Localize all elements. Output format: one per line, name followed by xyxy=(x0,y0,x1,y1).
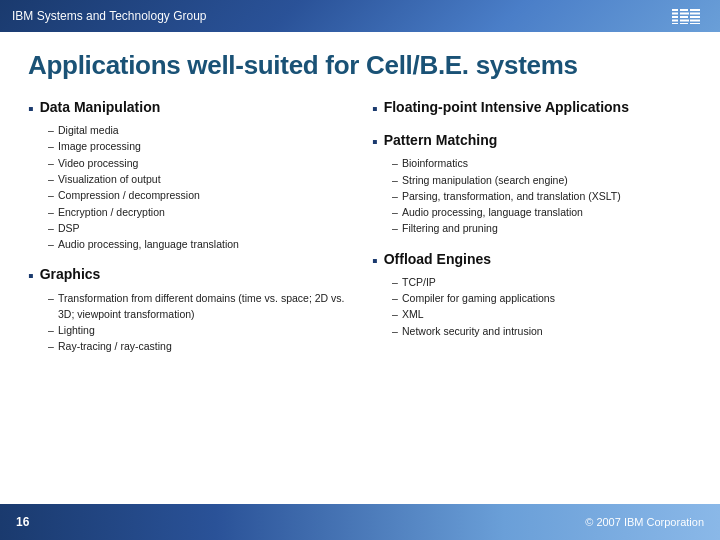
list-item: Filtering and pruning xyxy=(392,220,692,236)
bullet-offload-engines: ▪ xyxy=(372,251,378,270)
list-item: Compression / decompression xyxy=(48,187,348,203)
footer: 16 © 2007 IBM Corporation xyxy=(0,504,720,540)
list-item: String manipulation (search engine) xyxy=(392,172,692,188)
content-grid: ▪ Data Manipulation Digital media Image … xyxy=(28,99,692,369)
list-item: Video processing xyxy=(48,155,348,171)
list-item: Audio processing, language translation xyxy=(392,204,692,220)
svg-rect-12 xyxy=(690,16,700,18)
svg-rect-8 xyxy=(680,20,689,22)
svg-rect-14 xyxy=(690,23,700,24)
section-offload-engines: ▪ Offload Engines TCP/IP Compiler for ga… xyxy=(372,251,692,339)
header: IBM Systems and Technology Group xyxy=(0,0,720,32)
footer-page-number: 16 xyxy=(16,515,29,529)
list-item: Transformation from different domains (t… xyxy=(48,290,348,323)
list-item: Ray-tracing / ray-casting xyxy=(48,338,348,354)
bullet-pattern-matching: ▪ xyxy=(372,132,378,151)
svg-rect-11 xyxy=(690,13,700,15)
svg-rect-5 xyxy=(680,9,688,11)
page-title: Applications well-suited for Cell/B.E. s… xyxy=(28,50,692,81)
list-item: Encryption / decryption xyxy=(48,204,348,220)
svg-rect-1 xyxy=(672,13,678,15)
list-item: Lighting xyxy=(48,322,348,338)
main-content: Applications well-suited for Cell/B.E. s… xyxy=(0,32,720,504)
footer-copyright: © 2007 IBM Corporation xyxy=(585,516,704,528)
list-item: Parsing, transformation, and translation… xyxy=(392,188,692,204)
svg-rect-7 xyxy=(680,16,688,18)
list-item: DSP xyxy=(48,220,348,236)
svg-rect-0 xyxy=(672,9,678,11)
section-pattern-matching-header: ▪ Pattern Matching xyxy=(372,132,692,151)
header-title: IBM Systems and Technology Group xyxy=(12,9,207,23)
list-item: Bioinformatics xyxy=(392,155,692,171)
section-floating-point: ▪ Floating-point Intensive Applications xyxy=(372,99,692,118)
svg-rect-3 xyxy=(672,20,678,22)
bullet-data-manipulation: ▪ xyxy=(28,99,34,118)
ibm-logo-icon xyxy=(672,8,708,24)
section-graphics-header: ▪ Graphics xyxy=(28,266,348,285)
heading-floating-point: Floating-point Intensive Applications xyxy=(384,99,629,116)
list-item: Network security and intrusion xyxy=(392,323,692,339)
svg-rect-10 xyxy=(690,9,700,11)
right-column: ▪ Floating-point Intensive Applications … xyxy=(372,99,692,369)
list-item: Image processing xyxy=(48,138,348,154)
svg-rect-13 xyxy=(690,20,700,22)
section-floating-point-header: ▪ Floating-point Intensive Applications xyxy=(372,99,692,118)
svg-rect-6 xyxy=(680,13,689,15)
heading-pattern-matching: Pattern Matching xyxy=(384,132,498,149)
heading-graphics: Graphics xyxy=(40,266,101,283)
section-data-manipulation-header: ▪ Data Manipulation xyxy=(28,99,348,118)
ibm-logo xyxy=(672,8,708,24)
svg-rect-2 xyxy=(672,16,678,18)
bullet-graphics: ▪ xyxy=(28,266,34,285)
section-data-manipulation: ▪ Data Manipulation Digital media Image … xyxy=(28,99,348,252)
list-item: Audio processing, language translation xyxy=(48,236,348,252)
list-item: Visualization of output xyxy=(48,171,348,187)
svg-rect-4 xyxy=(672,23,678,24)
list-pattern-matching: Bioinformatics String manipulation (sear… xyxy=(372,155,692,236)
svg-rect-9 xyxy=(680,23,688,24)
list-graphics: Transformation from different domains (t… xyxy=(28,290,348,355)
list-offload-engines: TCP/IP Compiler for gaming applications … xyxy=(372,274,692,339)
heading-offload-engines: Offload Engines xyxy=(384,251,491,268)
list-data-manipulation: Digital media Image processing Video pro… xyxy=(28,122,348,252)
section-offload-engines-header: ▪ Offload Engines xyxy=(372,251,692,270)
section-graphics: ▪ Graphics Transformation from different… xyxy=(28,266,348,354)
list-item: Compiler for gaming applications xyxy=(392,290,692,306)
list-item: Digital media xyxy=(48,122,348,138)
bullet-floating-point: ▪ xyxy=(372,99,378,118)
left-column: ▪ Data Manipulation Digital media Image … xyxy=(28,99,348,369)
heading-data-manipulation: Data Manipulation xyxy=(40,99,161,116)
section-pattern-matching: ▪ Pattern Matching Bioinformatics String… xyxy=(372,132,692,237)
list-item: XML xyxy=(392,306,692,322)
list-item: TCP/IP xyxy=(392,274,692,290)
